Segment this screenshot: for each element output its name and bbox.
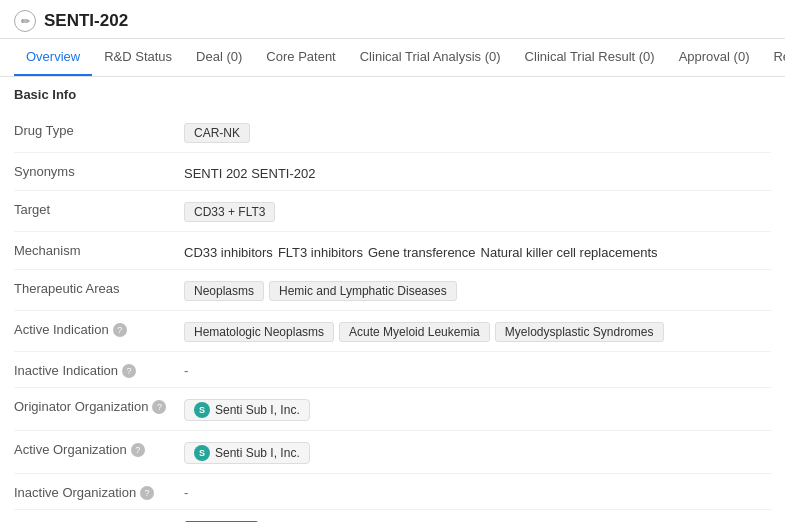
tab-clinical-trial-analysis[interactable]: Clinical Trial Analysis (0): [348, 39, 513, 76]
value-active-indication: Hematologic Neoplasms Acute Myeloid Leuk…: [184, 320, 771, 342]
value-originator-org: S Senti Sub I, Inc.: [184, 397, 771, 421]
org-label-originator: Senti Sub I, Inc.: [215, 403, 300, 417]
label-target: Target: [14, 200, 184, 217]
org-icon-active: S: [194, 445, 210, 461]
help-icon-originator-org[interactable]: ?: [152, 400, 166, 414]
row-drug-highest-phase: Drug Highest Phase ? Preclinical: [14, 510, 771, 522]
row-drug-type: Drug Type CAR-NK: [14, 112, 771, 153]
mech-4: Natural killer cell replacements: [481, 243, 658, 260]
mech-1: CD33 inhibitors: [184, 243, 273, 260]
tab-overview[interactable]: Overview: [14, 39, 92, 76]
tab-rd-status[interactable]: R&D Status: [92, 39, 184, 76]
row-mechanism: Mechanism CD33 inhibitors FLT3 inhibitor…: [14, 232, 771, 270]
tab-core-patent[interactable]: Core Patent: [254, 39, 347, 76]
value-active-org: S Senti Sub I, Inc.: [184, 440, 771, 464]
tag-cd33-flt3: CD33 + FLT3: [184, 202, 275, 222]
help-icon-active-indication[interactable]: ?: [113, 323, 127, 337]
label-active-indication: Active Indication ?: [14, 320, 184, 337]
label-inactive-org: Inactive Organization ?: [14, 483, 184, 500]
label-active-org: Active Organization ?: [14, 440, 184, 457]
value-therapeutic-areas: Neoplasms Hemic and Lymphatic Diseases: [184, 279, 771, 301]
help-icon-inactive-indication[interactable]: ?: [122, 364, 136, 378]
row-therapeutic-areas: Therapeutic Areas Neoplasms Hemic and Ly…: [14, 270, 771, 311]
tag-mds: Myelodysplastic Syndromes: [495, 322, 664, 342]
label-therapeutic-areas: Therapeutic Areas: [14, 279, 184, 296]
row-synonyms: Synonyms SENTI 202 SENTI-202: [14, 153, 771, 191]
tab-approval[interactable]: Approval (0): [667, 39, 762, 76]
value-mechanism: CD33 inhibitors FLT3 inhibitors Gene tra…: [184, 241, 771, 260]
help-icon-active-org[interactable]: ?: [131, 443, 145, 457]
page-header: ✏ SENTI-202: [0, 0, 785, 39]
content-area: Basic Info Drug Type CAR-NK Synonyms SEN…: [0, 77, 785, 522]
tab-clinical-trial-result[interactable]: Clinical Trial Result (0): [513, 39, 667, 76]
org-tag-originator[interactable]: S Senti Sub I, Inc.: [184, 399, 310, 421]
help-icon-inactive-org[interactable]: ?: [140, 486, 154, 500]
org-label-active: Senti Sub I, Inc.: [215, 446, 300, 460]
edit-icon[interactable]: ✏: [14, 10, 36, 32]
row-originator-org: Originator Organization ? S Senti Sub I,…: [14, 388, 771, 431]
row-active-indication: Active Indication ? Hematologic Neoplasm…: [14, 311, 771, 352]
tag-hemic: Hemic and Lymphatic Diseases: [269, 281, 457, 301]
value-drug-type: CAR-NK: [184, 121, 771, 143]
tag-neoplasms: Neoplasms: [184, 281, 264, 301]
label-originator-org: Originator Organization ?: [14, 397, 184, 414]
section-title: Basic Info: [14, 87, 771, 102]
label-mechanism: Mechanism: [14, 241, 184, 258]
mech-3: Gene transference: [368, 243, 476, 260]
value-synonyms: SENTI 202 SENTI-202: [184, 162, 771, 181]
synonyms-text: SENTI 202 SENTI-202: [184, 164, 316, 181]
inactive-org-dash: -: [184, 485, 188, 500]
tab-regulation[interactable]: Regulation (0): [761, 39, 785, 76]
nav-tabs: Overview R&D Status Deal (0) Core Patent…: [0, 39, 785, 77]
row-target: Target CD33 + FLT3: [14, 191, 771, 232]
value-inactive-indication: -: [184, 361, 771, 378]
tag-car-nk: CAR-NK: [184, 123, 250, 143]
inactive-indication-dash: -: [184, 363, 188, 378]
label-synonyms: Synonyms: [14, 162, 184, 179]
page-title: SENTI-202: [44, 11, 128, 31]
value-inactive-org: -: [184, 483, 771, 500]
label-drug-type: Drug Type: [14, 121, 184, 138]
org-icon-originator: S: [194, 402, 210, 418]
mech-2: FLT3 inhibitors: [278, 243, 363, 260]
row-active-org: Active Organization ? S Senti Sub I, Inc…: [14, 431, 771, 474]
label-inactive-indication: Inactive Indication ?: [14, 361, 184, 378]
row-inactive-org: Inactive Organization ? -: [14, 474, 771, 510]
value-target: CD33 + FLT3: [184, 200, 771, 222]
tag-aml: Acute Myeloid Leukemia: [339, 322, 490, 342]
org-tag-active[interactable]: S Senti Sub I, Inc.: [184, 442, 310, 464]
tab-deal[interactable]: Deal (0): [184, 39, 254, 76]
tag-hematologic: Hematologic Neoplasms: [184, 322, 334, 342]
row-inactive-indication: Inactive Indication ? -: [14, 352, 771, 388]
